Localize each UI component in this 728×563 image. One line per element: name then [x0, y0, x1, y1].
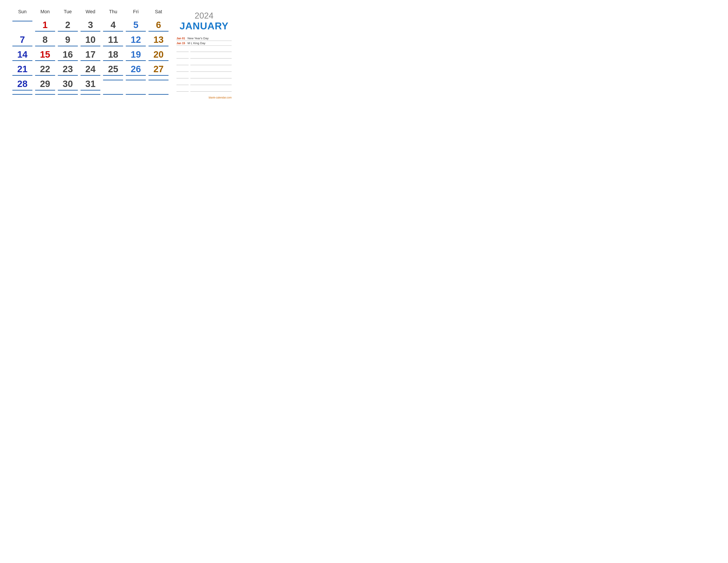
note-group-5: [176, 74, 232, 78]
day-cell-2-5: 11: [102, 32, 124, 47]
day-underline-5-2: [35, 90, 55, 90]
day-underline-3-2: [35, 60, 55, 61]
day-cell-1-3: 2: [56, 18, 79, 32]
note-text-line-2: [190, 55, 232, 58]
day-num-2-2: 8: [34, 35, 56, 45]
day-num-4-6: 26: [124, 64, 147, 74]
week-row-4: 21222324252627: [11, 62, 170, 77]
day-cell-4-7: 27: [147, 62, 170, 77]
note-text-line-4: [190, 68, 232, 72]
day-underline-3-5: [103, 60, 123, 61]
day-underline-2-2: [35, 46, 55, 46]
day-cell-4-3: 23: [56, 62, 79, 77]
day-num-2-6: 12: [124, 35, 147, 45]
day-num-2-3: 9: [56, 35, 79, 45]
day-num-5-2: 29: [34, 79, 56, 89]
day-cell-1-6: 5: [124, 18, 147, 32]
day-underline-2-5: [103, 46, 123, 46]
day-num-2-4: 10: [79, 35, 102, 45]
note-date-line-6: [176, 81, 189, 85]
day-num-5-3: 30: [56, 79, 79, 89]
day-num-3-7: 20: [147, 49, 170, 60]
day-cell-1-7: 6: [147, 18, 170, 32]
note-date-line-2: [176, 55, 189, 58]
calendar-container: Sun Mon Tue Wed Thu Fri Sat 123456789101…: [11, 9, 232, 99]
sidebar: 2024 JANUARY Jan 01 New Year's Day Jan 1…: [170, 9, 232, 99]
day-underline-1-3: [58, 31, 78, 32]
day-cell-5-7: [147, 77, 170, 91]
day-cell-3-4: 17: [79, 47, 102, 62]
day-cell-1-2: 1: [34, 18, 56, 32]
day-cell-4-5: 25: [102, 62, 124, 77]
day-num-3-6: 19: [124, 49, 147, 60]
day-cell-5-2: 29: [34, 77, 56, 91]
day-num-5-4: 31: [79, 79, 102, 89]
note-date-line-5: [176, 74, 189, 78]
day-cell-1-4: 3: [79, 18, 102, 32]
day-num-1-3: 2: [56, 20, 79, 30]
day-underline-5-1: [12, 90, 32, 90]
holiday-name-1: New Year's Day: [188, 37, 209, 40]
day-cell-5-6: [124, 77, 147, 91]
holiday-list: Jan 01 New Year's Day Jan 15 M L King Da…: [176, 36, 232, 46]
day-underline-3-1: [12, 60, 32, 61]
week-row-2: 78910111213: [11, 32, 170, 47]
day-cell-1-5: 4: [102, 18, 124, 32]
day-cell-3-7: 20: [147, 47, 170, 62]
day-num-1-6: 5: [124, 20, 147, 30]
note-group-7: [176, 88, 232, 92]
holiday-item-1: Jan 01 New Year's Day: [176, 36, 232, 41]
header-thu: Thu: [102, 9, 124, 16]
day-num-1-5: 4: [102, 20, 124, 30]
day-underline-3-3: [58, 60, 78, 61]
day-cell-4-4: 24: [79, 62, 102, 77]
note-date-line-1: [176, 48, 189, 52]
day-cell-5-5: [102, 77, 124, 91]
week-row-1: 123456: [11, 18, 170, 32]
day-cell-3-3: 16: [56, 47, 79, 62]
note-lines: [176, 48, 232, 94]
day-num-2-1: 7: [11, 35, 34, 45]
note-group-6: [176, 81, 232, 85]
day-cell-4-2: 22: [34, 62, 56, 77]
day-underline-2-6: [126, 46, 146, 46]
note-group-1: [176, 48, 232, 52]
holiday-date-2: Jan 15: [176, 42, 185, 45]
day-num-4-5: 25: [102, 64, 124, 74]
day-underline-1-7: [148, 31, 169, 32]
note-group-2: [176, 55, 232, 58]
day-num-4-2: 22: [34, 64, 56, 74]
day-cell-5-3: 30: [56, 77, 79, 91]
day-cell-1-1: [11, 18, 34, 32]
day-cell-2-7: 13: [147, 32, 170, 47]
calendar-grid: Sun Mon Tue Wed Thu Fri Sat 123456789101…: [11, 9, 170, 99]
day-num-3-4: 17: [79, 49, 102, 60]
note-text-line-7: [190, 88, 232, 92]
note-text-line-6: [190, 81, 232, 85]
day-num-1-7: 6: [147, 20, 170, 30]
header-tue: Tue: [56, 9, 79, 16]
day-headers: Sun Mon Tue Wed Thu Fri Sat: [11, 9, 170, 16]
day-num-3-2: 15: [34, 49, 56, 60]
day-underline-5-7: [148, 80, 169, 80]
day-cell-2-4: 10: [79, 32, 102, 47]
day-cell-4-1: 21: [11, 62, 34, 77]
day-num-3-1: 14: [11, 49, 34, 60]
note-text-line-1: [190, 48, 232, 52]
day-cell-5-1: 28: [11, 77, 34, 91]
holiday-item-2: Jan 15 M L King Day: [176, 41, 232, 46]
day-cell-3-2: 15: [34, 47, 56, 62]
day-underline-4-5: [103, 75, 123, 76]
day-underline-4-7: [148, 75, 169, 76]
header-sun: Sun: [11, 9, 34, 16]
header-mon: Mon: [34, 9, 56, 16]
day-underline-1-2: [35, 31, 55, 32]
week-row-3: 14151617181920: [11, 47, 170, 62]
day-cell-2-3: 9: [56, 32, 79, 47]
website-label: blank-calendar.com: [176, 94, 232, 99]
holiday-name-2: M L King Day: [188, 41, 205, 45]
weeks-container: 1234567891011121314151617181920212223242…: [11, 18, 170, 91]
day-underline-1-5: [103, 31, 123, 32]
day-cell-2-2: 8: [34, 32, 56, 47]
note-date-line-3: [176, 61, 189, 65]
